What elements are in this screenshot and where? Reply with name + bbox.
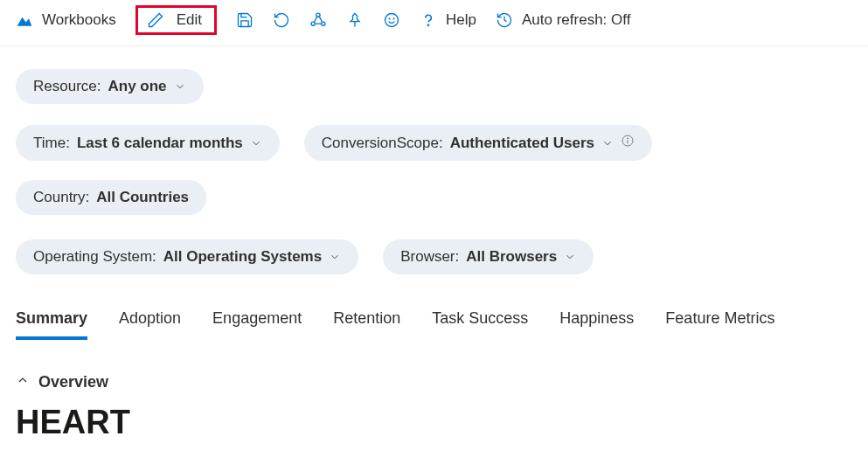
filter-value: All Browsers	[466, 248, 557, 266]
tab-happiness[interactable]: Happiness	[559, 309, 634, 340]
overview-toggle[interactable]: Overview	[16, 373, 852, 391]
filter-resource[interactable]: Resource: Any one	[16, 69, 204, 104]
page-title: HEART	[16, 404, 852, 441]
filter-value: Any one	[108, 78, 166, 95]
filter-conversion-scope[interactable]: ConversionScope: Authenticated Users	[304, 125, 652, 161]
tab-adoption[interactable]: Adoption	[119, 309, 181, 340]
auto-refresh-label: Auto refresh: Off	[522, 11, 630, 29]
filter-country[interactable]: Country: All Countries	[16, 180, 206, 215]
filter-operating-system[interactable]: Operating System: All Operating Systems	[16, 239, 358, 274]
refresh-button[interactable]	[273, 11, 290, 29]
svg-marker-0	[17, 17, 32, 26]
chevron-down-icon	[564, 251, 576, 263]
chevron-down-icon	[174, 80, 186, 93]
filter-value: Authenticated Users	[450, 135, 594, 152]
svg-point-4	[385, 14, 399, 27]
svg-point-3	[322, 22, 325, 25]
overview-section: Overview HEART	[0, 340, 868, 441]
filter-row-main: Time: Last 6 calendar months ConversionS…	[0, 111, 868, 225]
edit-label: Edit	[177, 11, 202, 29]
save-button[interactable]	[236, 11, 253, 29]
svg-point-10	[628, 138, 628, 139]
filter-value: Last 6 calendar months	[77, 135, 243, 152]
svg-point-6	[393, 18, 394, 19]
help-button[interactable]: Help	[420, 11, 476, 29]
chevron-down-icon	[601, 137, 614, 149]
svg-point-1	[316, 13, 320, 17]
chevron-down-icon	[329, 251, 341, 263]
share-icon	[309, 11, 327, 29]
workbooks-icon	[16, 11, 33, 29]
tab-engagement[interactable]: Engagement	[212, 309, 302, 340]
help-icon	[420, 11, 437, 29]
tabs: Summary Adoption Engagement Retention Ta…	[0, 285, 868, 340]
share-button[interactable]	[309, 11, 327, 29]
svg-point-7	[427, 24, 428, 25]
workbooks-label: Workbooks	[42, 11, 116, 29]
workbooks-button[interactable]: Workbooks	[16, 11, 116, 29]
tab-feature-metrics[interactable]: Feature Metrics	[665, 309, 774, 340]
filter-label: Browser:	[400, 248, 459, 266]
filter-label: ConversionScope:	[322, 135, 443, 152]
pin-icon	[346, 11, 364, 29]
filter-label: Resource:	[33, 78, 101, 95]
chevron-down-icon	[250, 137, 262, 149]
edit-button[interactable]: Edit	[135, 5, 217, 35]
overview-label: Overview	[38, 373, 108, 391]
info-icon[interactable]	[621, 134, 635, 152]
tab-retention[interactable]: Retention	[333, 309, 400, 340]
tab-task-success[interactable]: Task Success	[432, 309, 528, 340]
svg-point-5	[389, 18, 390, 19]
filter-label: Country:	[33, 189, 89, 206]
svg-point-2	[311, 22, 315, 25]
smiley-icon	[383, 11, 400, 29]
filter-label: Operating System:	[33, 248, 156, 266]
feedback-button[interactable]	[383, 11, 400, 29]
toolbar: Workbooks Edit	[0, 0, 868, 46]
chevron-up-icon	[16, 373, 30, 391]
filter-value: All Operating Systems	[163, 248, 322, 266]
pin-button[interactable]	[346, 11, 364, 29]
filter-browser[interactable]: Browser: All Browsers	[383, 239, 594, 274]
help-label: Help	[446, 11, 476, 29]
history-icon	[496, 11, 513, 29]
tab-summary[interactable]: Summary	[16, 309, 87, 340]
filter-row-secondary: Operating System: All Operating Systems …	[0, 225, 868, 285]
filter-value: All Countries	[96, 189, 189, 206]
edit-icon	[147, 11, 164, 29]
refresh-icon	[273, 11, 290, 29]
save-icon	[236, 11, 253, 29]
filter-time[interactable]: Time: Last 6 calendar months	[16, 125, 280, 161]
filter-row-resource: Resource: Any one	[0, 46, 868, 111]
auto-refresh-button[interactable]: Auto refresh: Off	[496, 11, 630, 29]
filter-label: Time:	[33, 135, 70, 152]
